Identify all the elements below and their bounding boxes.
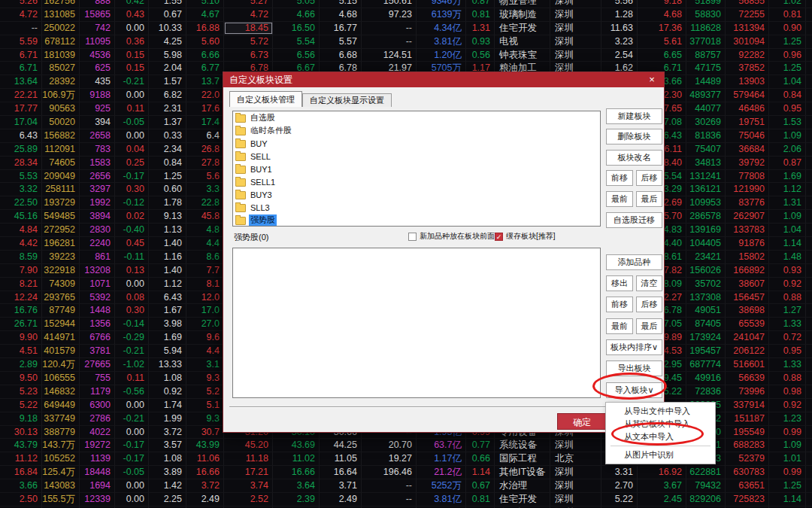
remove-symbol-button[interactable]: 移出	[606, 275, 633, 291]
table-cell: 3.72	[186, 479, 224, 492]
dialog-title-bar: 自定义板块设置 ×	[223, 72, 664, 87]
symbol-down-button[interactable]: 后移	[636, 297, 662, 312]
table-cell: 43.99	[186, 439, 224, 452]
table-cell: 7.7	[186, 264, 224, 277]
table-cell: 0.99	[769, 426, 806, 439]
export-sector-button[interactable]: 导出板块	[606, 360, 662, 376]
folder-item[interactable]: 临时条件股	[233, 124, 600, 137]
table-cell: 9.18	[0, 412, 42, 425]
table-cell: 26.71	[0, 318, 42, 330]
checkbox-add-to-front-box[interactable]	[408, 233, 417, 241]
folder-item[interactable]: BUY	[233, 137, 600, 150]
folder-icon	[235, 127, 246, 135]
table-cell: 0.08	[115, 291, 149, 304]
table-row[interactable]: 5.59678112110950.364.255.605.725.545.57-…	[0, 35, 812, 49]
folder-label: SELL1	[249, 178, 277, 187]
table-cell: --	[362, 493, 417, 506]
table-cell: 1.31	[466, 22, 495, 35]
context-menu-item[interactable]: 从文本中导入	[606, 430, 715, 443]
table-cell: 2.49	[186, 493, 224, 506]
symbol-last-button[interactable]: 最后	[636, 318, 662, 334]
symbol-up-button[interactable]: 前移	[606, 297, 633, 312]
folder-item[interactable]: 强势股	[233, 214, 600, 227]
table-cell: 0.87	[769, 157, 806, 169]
close-icon[interactable]: ×	[646, 72, 658, 87]
add-symbol-button[interactable]: 添加品种	[606, 254, 662, 270]
table-row[interactable]: --2500227420.0010.3316.8818.4516.5016.77…	[0, 22, 812, 35]
table-cell: 74605	[42, 157, 80, 169]
table-cell: 377018	[686, 35, 726, 48]
table-cell: 2.54	[601, 49, 638, 62]
ok-button[interactable]: 确定	[557, 413, 607, 430]
new-sector-button[interactable]: 新建板块	[606, 108, 662, 124]
table-cell: -0.21	[115, 412, 149, 425]
table-row[interactable]: 4.72131085158650.430.674.674.724.664.689…	[0, 8, 812, 22]
table-cell: 1.25	[769, 479, 806, 492]
checkbox-cache-sector-box[interactable]: ✓	[495, 233, 503, 241]
sort-in-sector-button[interactable]: 板块内排序∨	[606, 339, 662, 355]
context-menu-item[interactable]: 从图片中识别	[606, 449, 715, 461]
context-menu-item[interactable]: 从其它板块中导入	[606, 418, 715, 430]
table-cell: 5.53	[0, 170, 42, 183]
table-row[interactable]: 6.7118103945360.155.986.666.736.566.6812…	[0, 49, 812, 62]
table-cell: 5.61	[638, 35, 686, 48]
table-cell: 2.52	[224, 493, 273, 506]
table-cell: 49916	[686, 372, 726, 385]
table-cell: 293765	[42, 291, 80, 304]
context-menu-item[interactable]: 从导出文件中导入	[606, 405, 715, 418]
table-cell: 146832	[42, 385, 80, 398]
watchlist-migrate-button[interactable]: 自选股迁移	[606, 212, 662, 228]
table-cell: 26.8	[186, 143, 224, 156]
move-down-button[interactable]: 后移	[636, 170, 662, 186]
folder-item[interactable]: BUY3	[233, 188, 600, 201]
table-cell: 16.84	[0, 466, 42, 479]
table-cell: 2240	[80, 237, 115, 250]
table-row[interactable]: 3.6614308316940.001.423.723.743.643.71--…	[0, 479, 812, 493]
sector-members-list[interactable]	[232, 248, 601, 398]
move-last-button[interactable]: 最后	[636, 191, 662, 207]
table-cell: 4.42	[0, 237, 42, 250]
table-cell: 181039	[42, 49, 80, 62]
table-row[interactable]: 2.50155.5万123390.002.252.492.522.392.49-…	[0, 493, 812, 506]
checkbox-add-to-front[interactable]: 新加品种放在板块前面	[408, 231, 495, 242]
checkbox-cache-sector[interactable]: ✓ 缓存板块[推荐]	[495, 231, 556, 242]
delete-sector-button[interactable]: 删除板块	[606, 129, 662, 144]
table-cell: 0.99	[769, 466, 806, 479]
table-row[interactable]: 16.84125.4万18448-0.053.8916.6617.2116.66…	[0, 466, 812, 479]
table-cell: 17.36	[638, 22, 686, 35]
table-cell: 2.31	[149, 102, 186, 115]
move-first-button[interactable]: 最前	[606, 191, 633, 207]
rename-sector-button[interactable]: 板块改名	[606, 150, 662, 166]
tab-sector-display[interactable]: 自定义板块显示设置	[302, 93, 392, 107]
table-cell: 1.02	[769, 0, 806, 8]
folder-item[interactable]: SLL3	[233, 201, 600, 214]
table-cell: -0.56	[115, 385, 149, 398]
table-cell: 21.2亿	[417, 466, 466, 479]
table-cell: 5.2	[186, 385, 224, 398]
sector-folder-list[interactable]: 自选股临时条件股BUYSELLBUY1SELL1BUY3SLL3强势股	[232, 111, 601, 227]
table-cell: 0.45	[115, 237, 149, 250]
folder-item[interactable]: SELL1	[233, 175, 600, 188]
table-cell: 549485	[42, 210, 80, 223]
table-cell: 5.26	[0, 0, 42, 8]
import-sector-button[interactable]: 导入板块∨	[606, 382, 662, 398]
clear-symbols-button[interactable]: 清空	[636, 275, 662, 291]
table-cell: 39223	[42, 251, 80, 263]
table-cell: 16.92	[638, 466, 686, 479]
table-cell: 2.50	[0, 493, 42, 506]
table-cell: 13903	[726, 75, 769, 88]
table-cell: 0.13	[115, 264, 149, 277]
folder-item[interactable]: 自选股	[233, 111, 600, 124]
table-cell: 125.4万	[42, 466, 80, 479]
table-cell: 4.34亿	[417, 22, 466, 35]
tab-sector-manage[interactable]: 自定义板块管理	[229, 91, 302, 107]
table-cell: 16.64	[320, 466, 362, 479]
table-cell: 17.04	[0, 116, 42, 129]
symbol-first-button[interactable]: 最前	[606, 318, 633, 334]
table-cell: 1.28	[601, 8, 638, 21]
move-up-button[interactable]: 前移	[606, 170, 633, 186]
folder-item[interactable]: SELL	[233, 150, 600, 163]
folder-item[interactable]: BUY1	[233, 163, 600, 175]
table-row[interactable]: 5.261627568880.421.555.105.275.055.15150…	[0, 0, 812, 8]
table-cell: 0.11	[115, 372, 149, 385]
